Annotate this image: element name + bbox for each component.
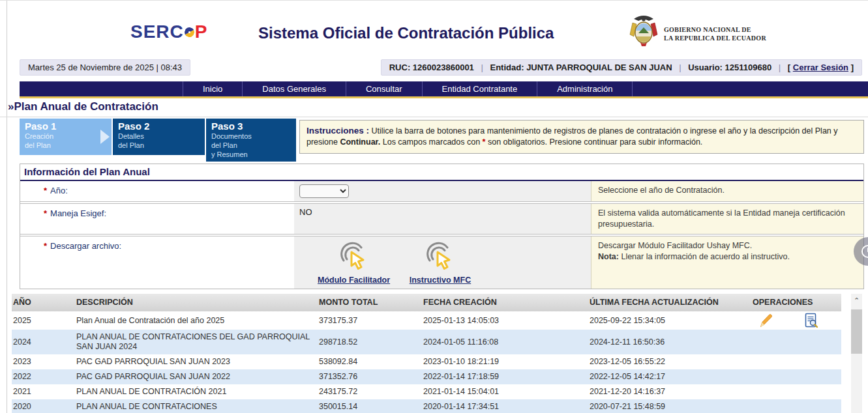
cell-description: PLAN ANUAL DE CONTRATACIONES DEL GAD PAR… bbox=[75, 331, 318, 353]
vertical-scrollbar[interactable]: ⌃ bbox=[851, 294, 862, 413]
ruc-label: RUC: bbox=[389, 63, 411, 72]
sercop-logo-text: SERC bbox=[130, 21, 184, 42]
cell-amount: 243175.72 bbox=[318, 386, 422, 398]
cell-amount: 538092.84 bbox=[318, 356, 422, 368]
step-1-line1: Creación bbox=[25, 132, 106, 141]
step-2-detalles: Paso 2 Detalles del Plan bbox=[113, 119, 205, 155]
menu-item-inicio[interactable]: Inicio bbox=[183, 81, 242, 96]
step-2-line1: Detalles bbox=[118, 132, 200, 141]
wizard-steps: Paso 1 Creación del Plan Paso 2 Detalles… bbox=[0, 117, 868, 117]
descargar-help-note: Nota: Llenar la información de acuerdo a… bbox=[598, 251, 857, 263]
logout-bracket: [ bbox=[788, 63, 790, 72]
main-menu: Inicio Datos Generales Consultar Entidad… bbox=[20, 81, 868, 98]
ecuador-coat-of-arms-icon bbox=[627, 14, 660, 49]
cell-description: PAC GAD PARROQUIAL SAN JUAN 2023 bbox=[75, 356, 318, 368]
cell-operations bbox=[751, 311, 830, 330]
session-bar: RUC: 1260023860001 | Entidad: JUNTA PARR… bbox=[381, 59, 862, 76]
instructions-label: Instrucciones : bbox=[307, 126, 369, 135]
cell-description: PAC GAD PARROQUIAL SAN JUAN 2022 bbox=[75, 371, 318, 383]
table-header-row: AÑO DESCRIPCIÓN MONTO TOTAL FECHA CREACI… bbox=[12, 294, 841, 311]
form-row-esigef: *Maneja Esigef: NO El sistema valida aut… bbox=[20, 204, 863, 234]
plan-anual-form: Información del Plan Anual *Año: Selecci… bbox=[20, 164, 864, 289]
col-header-ultima-fecha: ÚLTIMA FECHA ACTUALIZACIÓN bbox=[588, 296, 751, 309]
cell-year: 2021 bbox=[12, 386, 75, 398]
sercop-logo: SERCP bbox=[130, 21, 207, 42]
cell-operations bbox=[751, 391, 830, 393]
clock-glyph bbox=[860, 243, 868, 260]
cell-description: PLAN ANUAL DE CONTRATACIÓN 2021 bbox=[75, 386, 318, 398]
form-row-descargar: *Descargar archivo: Módulo Facilitador bbox=[20, 236, 863, 289]
step-arrow-icon bbox=[100, 130, 110, 144]
document-search-icon[interactable] bbox=[803, 313, 819, 328]
cell-description: PLAN ANUAL DE CONTRATACIONES bbox=[75, 401, 318, 413]
app-title: Sistema Oficial de Contratación Pública bbox=[258, 24, 554, 42]
table-row: 2024 PLAN ANUAL DE CONTRATACIONES DEL GA… bbox=[12, 330, 841, 354]
menu-item-datos-generales[interactable]: Datos Generales bbox=[242, 81, 346, 96]
instructivo-mfc-link[interactable]: Instructivo MFC bbox=[410, 276, 471, 285]
cell-created: 2023-01-10 18:21:19 bbox=[422, 356, 588, 368]
sercop-logo-swirl-icon bbox=[183, 26, 196, 38]
step-2-line2: del Plan bbox=[118, 141, 200, 150]
entidad-label: Entidad: bbox=[490, 63, 524, 72]
sercop-logo-text-p: P bbox=[195, 21, 208, 42]
step-3-line1: Documentos bbox=[211, 132, 291, 141]
cell-updated: 2025-09-22 15:34:05 bbox=[588, 315, 751, 327]
form-row-anio: *Año: Seleccione el año de Contratación. bbox=[20, 181, 863, 201]
cell-year: 2020 bbox=[12, 401, 75, 413]
cell-amount: 373175.37 bbox=[318, 315, 422, 327]
anio-help: Seleccione el año de Contratación. bbox=[591, 181, 863, 201]
esigef-label: Maneja Esigef: bbox=[50, 208, 106, 218]
descargar-label-cell: *Descargar archivo: bbox=[20, 236, 294, 289]
table-row: 2021 PLAN ANUAL DE CONTRATACIÓN 2021 243… bbox=[12, 384, 841, 399]
cell-created: 2020-01-14 17:34:51 bbox=[422, 401, 588, 413]
instructivo-mfc-download[interactable]: Instructivo MFC bbox=[410, 242, 471, 285]
anio-select[interactable] bbox=[299, 184, 349, 198]
usuario-label: Usuario: bbox=[688, 63, 723, 72]
gov-text-line2: LA REPUBLICA DEL ECUADOR bbox=[664, 34, 766, 42]
esigef-label-cell: *Maneja Esigef: bbox=[20, 204, 294, 234]
step-3-line3: y Resumen bbox=[211, 150, 291, 159]
instructions-text: son obligatorios. Presione continuar par… bbox=[488, 137, 702, 147]
instructions-text: Los campos marcados con bbox=[383, 137, 480, 147]
required-asterisk: * bbox=[483, 137, 486, 147]
pencil-icon[interactable] bbox=[758, 313, 773, 328]
cell-description: Plan Anual de Contratación del año 2025 bbox=[75, 315, 318, 327]
cell-operations bbox=[751, 406, 830, 408]
datetime-display: Martes 25 de Noviembre de 2025 | 08:43 bbox=[20, 59, 190, 76]
anio-label: Año: bbox=[50, 186, 68, 195]
esigef-value: NO bbox=[294, 204, 591, 234]
section-title: Información del Plan Anual bbox=[20, 164, 863, 181]
menu-item-entidad-contratante[interactable]: Entidad Contratante bbox=[422, 81, 537, 96]
cell-operations bbox=[751, 341, 830, 343]
nota-label: Nota: bbox=[598, 252, 619, 261]
logout-link[interactable]: Cerrar Sesión bbox=[793, 63, 848, 72]
col-header-fecha-creacion: FECHA CREACIÓN bbox=[422, 296, 588, 309]
logout-bracket: ] bbox=[851, 63, 854, 72]
step-3-title: Paso 3 bbox=[211, 121, 291, 132]
anio-value-cell bbox=[294, 181, 591, 201]
col-header-monto: MONTO TOTAL bbox=[318, 296, 422, 309]
chevron-up-icon[interactable]: ⌃ bbox=[851, 294, 862, 307]
menu-item-consultar[interactable]: Consultar bbox=[346, 81, 422, 96]
table-row: 2020 PLAN ANUAL DE CONTRATACIONES 350015… bbox=[12, 399, 841, 413]
table-row: 2023 PAC GAD PARROQUIAL SAN JUAN 2023 53… bbox=[12, 354, 841, 369]
cell-year: 2024 bbox=[12, 336, 75, 349]
cell-updated: 2021-12-20 14:16:37 bbox=[588, 386, 751, 398]
menu-item-administracion[interactable]: Administración bbox=[537, 81, 633, 96]
cell-year: 2025 bbox=[12, 315, 75, 327]
modulo-facilitador-link[interactable]: Módulo Facilitador bbox=[318, 276, 390, 285]
cell-year: 2023 bbox=[12, 356, 75, 368]
step-1-line2: del Plan bbox=[25, 141, 106, 150]
cell-updated: 2020-07-21 15:48:59 bbox=[588, 401, 751, 413]
col-header-anio: AÑO bbox=[12, 296, 75, 309]
cell-amount: 371352.76 bbox=[318, 371, 422, 383]
cell-updated: 2023-12-05 16:55:22 bbox=[588, 356, 751, 368]
step-1-creacion: Paso 1 Creación del Plan bbox=[20, 119, 112, 155]
scrollbar-thumb[interactable] bbox=[851, 309, 862, 354]
col-header-operaciones: OPERACIONES bbox=[751, 296, 830, 309]
cell-updated: 2024-12-11 16:50:36 bbox=[588, 336, 751, 349]
usuario-value: 1251109680 bbox=[725, 63, 772, 72]
instructions-continuar: Continuar. bbox=[340, 137, 380, 147]
click-cursor-icon bbox=[425, 242, 455, 273]
modulo-facilitador-download[interactable]: Módulo Facilitador bbox=[318, 242, 390, 285]
